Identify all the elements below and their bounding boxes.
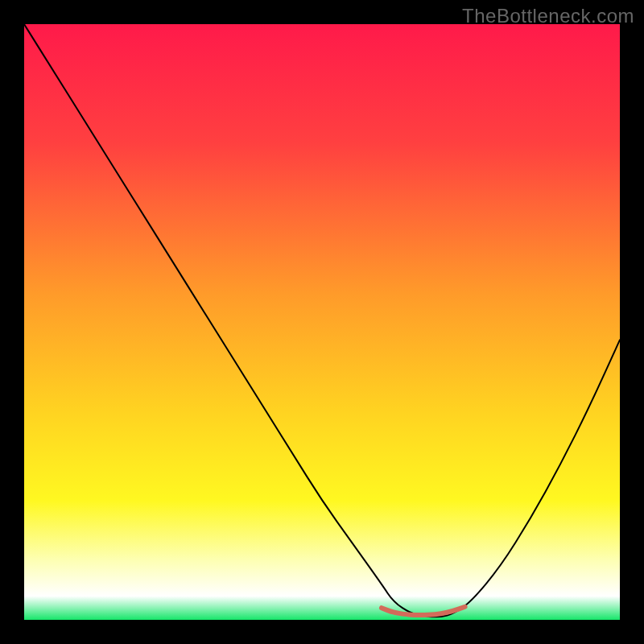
watermark-text: TheBottleneck.com: [462, 5, 634, 27]
chart-svg: [24, 24, 620, 620]
plot-area: [24, 24, 620, 620]
gradient-background: [24, 24, 620, 620]
chart-frame: TheBottleneck.com: [0, 0, 644, 644]
